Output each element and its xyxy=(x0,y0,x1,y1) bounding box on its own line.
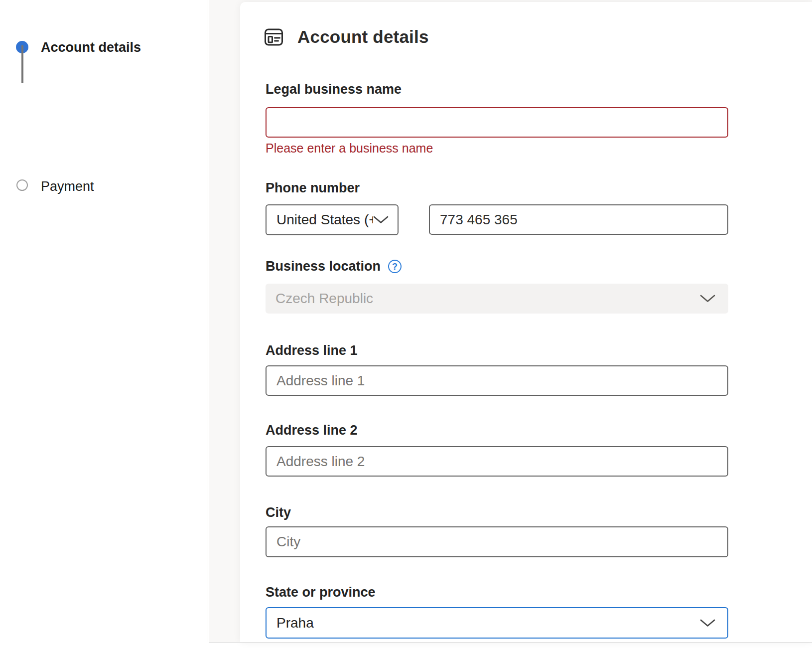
country-code-dropdown[interactable]: United States (+ xyxy=(266,204,399,235)
legal-business-name-label: Legal business name xyxy=(266,82,402,97)
page-title: Account details xyxy=(297,27,429,47)
account-card-icon xyxy=(264,28,283,46)
stepper-step-account-details[interactable]: Account details xyxy=(0,17,208,47)
chevron-down-icon xyxy=(700,295,715,303)
address-line-2-input[interactable] xyxy=(266,446,728,477)
address-line-1-label: Address line 1 xyxy=(266,343,358,358)
address-line-2-label: Address line 2 xyxy=(266,423,358,438)
state-or-province-label: State or province xyxy=(266,585,376,600)
help-circle-icon[interactable]: ? xyxy=(388,260,402,273)
footer-divider xyxy=(209,642,812,643)
panel-header: Account details xyxy=(264,27,429,47)
setup-stepper-sidebar: Account details Payment xyxy=(0,0,208,642)
city-label: City xyxy=(266,505,291,520)
business-location-label: Business location xyxy=(266,259,381,274)
address-line-1-input[interactable] xyxy=(266,365,728,396)
business-location-label-row: Business location ? xyxy=(266,259,402,274)
stepper-step-label: Payment xyxy=(41,179,94,194)
state-or-province-value: Praha xyxy=(276,615,314,631)
chevron-down-icon xyxy=(700,619,715,627)
legal-business-name-input[interactable] xyxy=(266,107,728,138)
legal-business-name-error: Please enter a business name xyxy=(266,141,433,156)
step-upcoming-circle-icon xyxy=(16,179,28,191)
phone-number-row: United States (+ xyxy=(266,204,728,235)
state-or-province-dropdown[interactable]: Praha xyxy=(266,607,728,639)
chevron-down-icon xyxy=(373,216,389,224)
business-location-dropdown: Czech Republic xyxy=(266,284,728,314)
stepper-connector-line xyxy=(21,45,23,83)
business-location-value: Czech Republic xyxy=(275,291,373,307)
stepper-step-label: Account details xyxy=(41,40,141,55)
stepper-step-payment[interactable]: Payment xyxy=(0,87,208,117)
country-code-value: United States (+ xyxy=(276,212,373,228)
phone-number-label: Phone number xyxy=(266,180,360,196)
account-details-panel: Account details Legal business name Plea… xyxy=(240,2,812,642)
city-input[interactable] xyxy=(266,526,728,557)
phone-number-input[interactable] xyxy=(429,204,728,235)
